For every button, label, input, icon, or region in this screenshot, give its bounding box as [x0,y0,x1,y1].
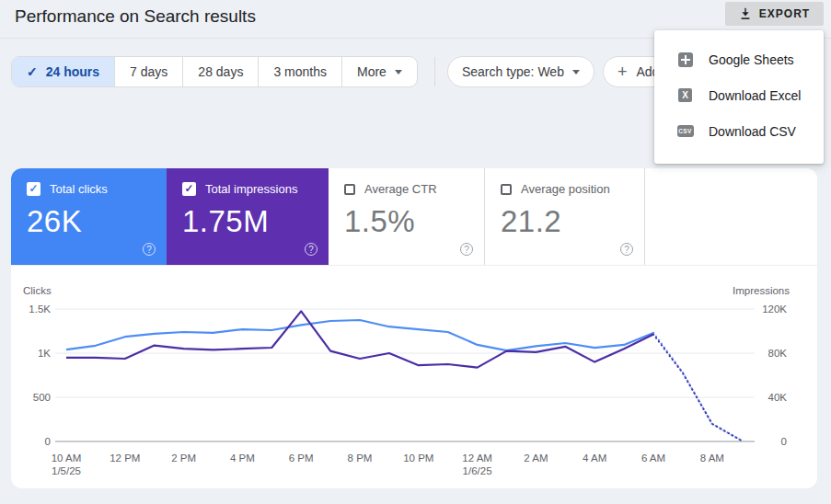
x-axis-tick: 2 AM [524,452,548,464]
chip-24-hours[interactable]: ✓ 24 hours [12,57,114,86]
x-axis-tick: 12 PM [110,452,140,464]
chip-label: 7 days [130,57,167,86]
metric-label: Average CTR [364,182,437,196]
menu-item-label: Download CSV [709,124,796,139]
check-icon: ✓ [27,57,38,86]
excel-icon: X [678,88,692,102]
help-icon[interactable]: ? [460,243,473,256]
metric-value: 26K [27,204,167,239]
chip-label: More [357,57,387,86]
metric-value: 1.75M [182,204,329,239]
x-axis-date: 1/5/25 [52,465,81,476]
help-icon[interactable]: ? [143,243,156,256]
chip-3-months[interactable]: 3 months [258,57,341,86]
metric-row-filler [644,168,817,265]
metric-value: 1.5% [344,204,484,239]
plus-icon: + [617,63,628,82]
search-type-chip[interactable]: Search type: Web [447,56,594,87]
checkbox-total-impressions[interactable]: ✓ [182,182,196,196]
chip-label: 3 months [273,57,327,86]
date-range-group: ✓ 24 hours 7 days 28 days 3 months More [11,56,418,87]
right-axis-tick: 40K [768,392,788,403]
metric-total-clicks[interactable]: ✓ Total clicks 26K ? [11,168,167,265]
left-axis-title: Clicks [23,285,52,296]
right-axis-title: Impressions [733,285,790,296]
chip-more[interactable]: More [341,57,417,86]
x-axis-tick: 4 PM [230,452,255,464]
x-axis-tick: 10 AM [52,452,82,464]
download-icon [739,7,752,20]
help-icon[interactable]: ? [620,243,633,256]
menu-item-google-sheets[interactable]: Google Sheets [654,41,824,77]
checkbox-average-ctr[interactable] [344,184,355,195]
menu-item-download-csv[interactable]: CSV Download CSV [654,113,824,149]
x-axis-tick: 4 AM [583,452,606,464]
x-axis-tick: 8 AM [700,452,724,464]
menu-item-label: Download Excel [709,88,801,103]
menu-item-download-excel[interactable]: X Download Excel [654,77,824,113]
page-title: Performance on Search results [15,6,256,27]
left-axis-tick: 0 [45,436,51,447]
chart-line-dotted-left [653,333,742,441]
metric-value: 21.2 [501,204,644,239]
filter-bar: ✓ 24 hours 7 days 28 days 3 months More … [11,56,710,87]
metric-average-position[interactable]: Average position 21.2 ? [484,168,644,265]
export-button[interactable]: EXPORT [725,2,824,26]
google-sheets-icon [678,52,693,67]
left-axis-tick: 500 [33,392,51,403]
performance-card: ✓ Total clicks 26K ? ✓ Total impressions… [11,168,817,488]
checkbox-total-clicks[interactable]: ✓ [27,182,40,196]
chip-group-divider [434,57,435,86]
chip-label: 28 days [198,57,243,86]
x-axis-tick: 10 PM [403,452,433,464]
x-axis-date: 1/6/25 [463,465,492,476]
checkbox-average-position[interactable] [501,184,512,195]
metric-label: Total clicks [50,182,108,196]
metric-row: ✓ Total clicks 26K ? ✓ Total impressions… [11,168,817,266]
metric-total-impressions[interactable]: ✓ Total impressions 1.75M ? [167,168,329,265]
right-axis-tick: 120K [762,304,787,315]
metric-label: Average position [521,182,610,196]
performance-page: Performance on Search results EXPORT ✓ 2… [0,0,831,504]
x-axis-tick: 2 PM [171,452,196,464]
chip-7-days[interactable]: 7 days [114,57,182,86]
chevron-down-icon [572,70,580,74]
menu-item-label: Google Sheets [709,52,794,67]
export-menu: Google Sheets X Download Excel CSV Downl… [654,30,824,164]
csv-icon: CSV [677,125,694,137]
export-button-label: EXPORT [759,7,810,20]
metric-label: Total impressions [205,182,297,196]
right-axis-tick: 0 [781,436,787,447]
x-axis-tick: 6 AM [641,452,665,464]
x-axis-tick: 12 AM [462,452,492,464]
right-axis-tick: 80K [768,348,788,359]
x-axis-tick: 8 PM [348,452,373,464]
metric-average-ctr[interactable]: Average CTR 1.5% ? [329,168,484,265]
search-type-label: Search type: Web [462,64,564,79]
x-axis-tick: 6 PM [289,452,314,464]
chip-label: 24 hours [46,57,99,86]
left-axis-tick: 1K [38,348,51,359]
chevron-down-icon [395,70,402,74]
left-axis-tick: 1.5K [29,304,51,315]
help-icon[interactable]: ? [305,243,317,256]
chip-28-days[interactable]: 28 days [182,57,258,86]
performance-chart[interactable]: 1.5K120K1K80K50040K00ClicksImpressions10… [11,266,817,488]
